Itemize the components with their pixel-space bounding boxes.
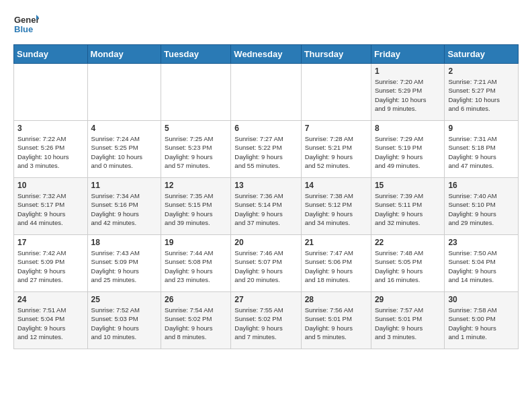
day-number: 30 [448, 295, 515, 304]
calendar-day-cell: 9Sunrise: 7:31 AM Sunset: 5:18 PM Daylig… [445, 121, 519, 178]
day-number: 5 [165, 124, 227, 133]
day-number: 29 [375, 295, 441, 304]
day-number: 17 [17, 238, 84, 247]
calendar-day-cell: 19Sunrise: 7:44 AM Sunset: 5:08 PM Dayli… [161, 235, 231, 292]
calendar-table: SundayMondayTuesdayWednesdayThursdayFrid… [13, 44, 519, 349]
calendar-day-cell: 21Sunrise: 7:47 AM Sunset: 5:06 PM Dayli… [301, 235, 371, 292]
calendar-day-cell: 8Sunrise: 7:29 AM Sunset: 5:19 PM Daylig… [371, 121, 445, 178]
calendar-week-row: 3Sunrise: 7:22 AM Sunset: 5:26 PM Daylig… [14, 121, 519, 178]
calendar-day-cell: 22Sunrise: 7:48 AM Sunset: 5:05 PM Dayli… [371, 235, 445, 292]
day-info: Sunrise: 7:35 AM Sunset: 5:15 PM Dayligh… [165, 191, 227, 227]
day-info: Sunrise: 7:56 AM Sunset: 5:01 PM Dayligh… [305, 306, 367, 341]
calendar-day-cell: 17Sunrise: 7:42 AM Sunset: 5:09 PM Dayli… [14, 235, 88, 292]
day-number: 1 [375, 66, 441, 76]
calendar-day-cell: 28Sunrise: 7:56 AM Sunset: 5:01 PM Dayli… [301, 292, 371, 349]
day-number: 10 [17, 181, 84, 190]
day-info: Sunrise: 7:38 AM Sunset: 5:12 PM Dayligh… [305, 191, 367, 227]
day-of-week-header: Thursday [301, 45, 371, 64]
day-info: Sunrise: 7:42 AM Sunset: 5:09 PM Dayligh… [17, 248, 84, 284]
calendar-day-cell: 3Sunrise: 7:22 AM Sunset: 5:26 PM Daylig… [14, 121, 88, 178]
day-number: 24 [17, 295, 84, 304]
day-number: 7 [305, 124, 367, 133]
day-info: Sunrise: 7:31 AM Sunset: 5:18 PM Dayligh… [448, 134, 515, 170]
day-info: Sunrise: 7:28 AM Sunset: 5:21 PM Dayligh… [305, 134, 367, 170]
calendar-day-cell: 27Sunrise: 7:55 AM Sunset: 5:02 PM Dayli… [231, 292, 301, 349]
logo: General Blue [13, 12, 39, 38]
logo-svg: General Blue [13, 12, 39, 38]
calendar-day-cell: 5Sunrise: 7:25 AM Sunset: 5:23 PM Daylig… [161, 121, 231, 178]
calendar-day-cell [87, 64, 161, 121]
day-number: 4 [91, 124, 158, 133]
calendar-day-cell [231, 64, 301, 121]
calendar-day-cell: 4Sunrise: 7:24 AM Sunset: 5:25 PM Daylig… [87, 121, 161, 178]
day-number: 6 [234, 124, 297, 133]
day-info: Sunrise: 7:25 AM Sunset: 5:23 PM Dayligh… [165, 134, 227, 170]
day-info: Sunrise: 7:20 AM Sunset: 5:29 PM Dayligh… [375, 77, 441, 113]
calendar-day-cell: 29Sunrise: 7:57 AM Sunset: 5:01 PM Dayli… [371, 292, 445, 349]
day-number: 18 [91, 238, 158, 247]
day-of-week-header: Sunday [14, 45, 88, 64]
svg-text:Blue: Blue [14, 24, 33, 34]
day-number: 16 [448, 181, 515, 190]
calendar-week-row: 24Sunrise: 7:51 AM Sunset: 5:04 PM Dayli… [14, 292, 519, 349]
calendar-day-cell: 30Sunrise: 7:58 AM Sunset: 5:00 PM Dayli… [445, 292, 519, 349]
day-info: Sunrise: 7:29 AM Sunset: 5:19 PM Dayligh… [375, 134, 441, 170]
calendar-day-cell: 16Sunrise: 7:40 AM Sunset: 5:10 PM Dayli… [445, 178, 519, 235]
day-number: 13 [234, 181, 297, 190]
day-info: Sunrise: 7:34 AM Sunset: 5:16 PM Dayligh… [91, 191, 158, 227]
calendar-day-cell: 12Sunrise: 7:35 AM Sunset: 5:15 PM Dayli… [161, 178, 231, 235]
day-number: 22 [375, 238, 441, 247]
day-number: 8 [375, 124, 441, 133]
svg-text:General: General [14, 15, 39, 25]
day-info: Sunrise: 7:50 AM Sunset: 5:04 PM Dayligh… [448, 248, 515, 284]
calendar-body: 1Sunrise: 7:20 AM Sunset: 5:29 PM Daylig… [14, 64, 519, 349]
day-of-week-header: Friday [371, 45, 445, 64]
day-info: Sunrise: 7:40 AM Sunset: 5:10 PM Dayligh… [448, 191, 515, 227]
calendar-day-cell: 2Sunrise: 7:21 AM Sunset: 5:27 PM Daylig… [445, 64, 519, 121]
day-of-week-header: Monday [87, 45, 161, 64]
day-number: 21 [305, 238, 367, 247]
day-number: 15 [375, 181, 441, 190]
day-info: Sunrise: 7:48 AM Sunset: 5:05 PM Dayligh… [375, 248, 441, 284]
calendar-day-cell [161, 64, 231, 121]
day-info: Sunrise: 7:47 AM Sunset: 5:06 PM Dayligh… [305, 248, 367, 284]
day-info: Sunrise: 7:22 AM Sunset: 5:26 PM Dayligh… [17, 134, 84, 170]
day-of-week-header: Wednesday [231, 45, 301, 64]
day-number: 12 [165, 181, 227, 190]
calendar-day-cell: 13Sunrise: 7:36 AM Sunset: 5:14 PM Dayli… [231, 178, 301, 235]
day-number: 14 [305, 181, 367, 190]
day-info: Sunrise: 7:57 AM Sunset: 5:01 PM Dayligh… [375, 306, 441, 341]
day-of-week-header: Saturday [445, 45, 519, 64]
calendar-day-cell: 1Sunrise: 7:20 AM Sunset: 5:29 PM Daylig… [371, 64, 445, 121]
day-info: Sunrise: 7:24 AM Sunset: 5:25 PM Dayligh… [91, 134, 158, 170]
calendar-day-cell: 15Sunrise: 7:39 AM Sunset: 5:11 PM Dayli… [371, 178, 445, 235]
calendar-day-cell: 23Sunrise: 7:50 AM Sunset: 5:04 PM Dayli… [445, 235, 519, 292]
calendar-week-row: 17Sunrise: 7:42 AM Sunset: 5:09 PM Dayli… [14, 235, 519, 292]
day-number: 27 [234, 295, 297, 304]
calendar-day-cell: 24Sunrise: 7:51 AM Sunset: 5:04 PM Dayli… [14, 292, 88, 349]
calendar-week-row: 10Sunrise: 7:32 AM Sunset: 5:17 PM Dayli… [14, 178, 519, 235]
calendar-day-cell: 6Sunrise: 7:27 AM Sunset: 5:22 PM Daylig… [231, 121, 301, 178]
calendar-day-cell: 18Sunrise: 7:43 AM Sunset: 5:09 PM Dayli… [87, 235, 161, 292]
day-info: Sunrise: 7:27 AM Sunset: 5:22 PM Dayligh… [234, 134, 297, 170]
day-info: Sunrise: 7:21 AM Sunset: 5:27 PM Dayligh… [448, 77, 515, 113]
day-info: Sunrise: 7:58 AM Sunset: 5:00 PM Dayligh… [448, 306, 515, 341]
day-number: 9 [448, 124, 515, 133]
days-of-week-row: SundayMondayTuesdayWednesdayThursdayFrid… [14, 45, 519, 64]
day-info: Sunrise: 7:44 AM Sunset: 5:08 PM Dayligh… [165, 248, 227, 284]
day-number: 19 [165, 238, 227, 247]
calendar-day-cell: 20Sunrise: 7:46 AM Sunset: 5:07 PM Dayli… [231, 235, 301, 292]
calendar-day-cell: 25Sunrise: 7:52 AM Sunset: 5:03 PM Dayli… [87, 292, 161, 349]
day-number: 20 [234, 238, 297, 247]
day-number: 2 [448, 66, 515, 76]
calendar-day-cell [301, 64, 371, 121]
calendar-day-cell: 26Sunrise: 7:54 AM Sunset: 5:02 PM Dayli… [161, 292, 231, 349]
day-info: Sunrise: 7:54 AM Sunset: 5:02 PM Dayligh… [165, 306, 227, 341]
calendar-day-cell: 10Sunrise: 7:32 AM Sunset: 5:17 PM Dayli… [14, 178, 88, 235]
day-info: Sunrise: 7:52 AM Sunset: 5:03 PM Dayligh… [91, 306, 158, 341]
calendar-week-row: 1Sunrise: 7:20 AM Sunset: 5:29 PM Daylig… [14, 64, 519, 121]
calendar-day-cell [14, 64, 88, 121]
day-number: 25 [91, 295, 158, 304]
day-number: 11 [91, 181, 158, 190]
calendar-day-cell: 7Sunrise: 7:28 AM Sunset: 5:21 PM Daylig… [301, 121, 371, 178]
